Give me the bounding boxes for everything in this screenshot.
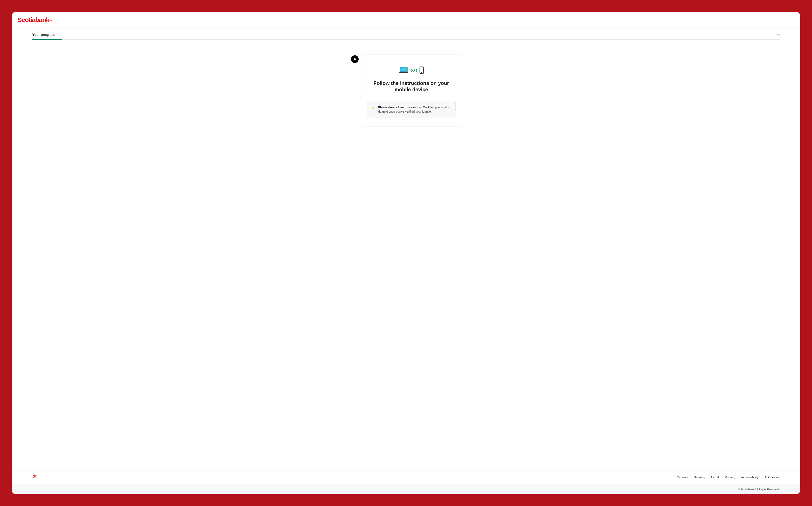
scotiabank-logo: Scotiabank® — [17, 16, 51, 23]
svg-point-9 — [373, 107, 374, 109]
smartphone-icon — [419, 67, 424, 74]
tip-bold: Please don't close this window — [378, 106, 422, 109]
tip-text: Please don't close this window. We'll te… — [378, 105, 451, 114]
progress-bar — [32, 39, 780, 40]
footer-link-accessibility[interactable]: Accessibility — [741, 475, 758, 479]
footer-copyright: © Scotiabank All Rights Reserved. — [12, 484, 800, 494]
lightbulb-icon — [371, 105, 375, 111]
svg-rect-0 — [400, 67, 407, 72]
progress-section: Your progress 22% — [12, 27, 800, 43]
progress-label: Your progress — [32, 33, 55, 37]
logo-dot: ® — [50, 19, 51, 23]
laptop-icon — [399, 67, 408, 74]
footer-link-security[interactable]: Security — [694, 475, 705, 479]
footer-top: Careers Security Legal Privacy Accessibi… — [12, 471, 800, 484]
scotiabank-s-icon — [32, 475, 37, 479]
instruction-card: ❯❯❯ Follow the instructions on your mobi… — [361, 55, 461, 126]
svg-point-3 — [421, 72, 422, 73]
footer-links: Careers Security Legal Privacy Accessibi… — [676, 475, 780, 479]
footer: Careers Security Legal Privacy Accessibi… — [12, 471, 800, 494]
progress-row: Your progress 22% — [32, 33, 780, 37]
svg-rect-1 — [399, 72, 408, 73]
tip-box: Please don't close this window. We'll te… — [367, 101, 456, 118]
footer-link-careers[interactable]: Careers — [676, 475, 688, 479]
app-window: Scotiabank® Your progress 22% 4 ❯❯❯ — [12, 12, 800, 494]
svg-rect-11 — [373, 109, 373, 110]
step-card-wrap: 4 ❯❯❯ Follow the instructions on your mo… — [351, 55, 461, 126]
progress-fill — [32, 39, 62, 40]
footer-link-adchoices[interactable]: AdChoices — [764, 475, 780, 479]
main-content: 4 ❯❯❯ Follow the instructions on your mo… — [12, 43, 800, 494]
footer-link-privacy[interactable]: Privacy — [725, 475, 735, 479]
progress-percent: 22% — [774, 33, 780, 36]
chevron-right-icon: ❯❯❯ — [410, 68, 417, 72]
card-title: Follow the instructions on your mobile d… — [373, 80, 449, 93]
footer-link-legal[interactable]: Legal — [711, 475, 719, 479]
svg-rect-10 — [373, 109, 374, 109]
step-number-badge: 4 — [351, 55, 359, 63]
header: Scotiabank® — [12, 12, 800, 27]
logo-text: Scotiabank — [17, 16, 49, 23]
device-transfer-illustration: ❯❯❯ — [368, 67, 455, 74]
